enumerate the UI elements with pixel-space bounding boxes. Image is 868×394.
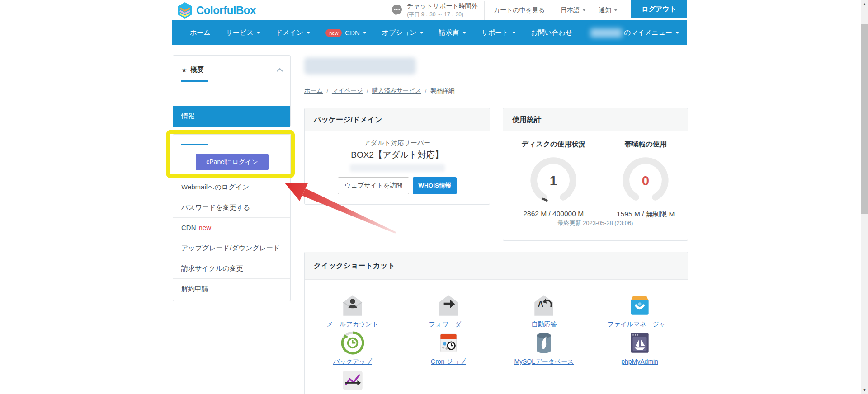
header-right-cluster: チャットサポート時間外 (平日 9：30 ～ 17：30) カートの中を見る 日…	[385, 0, 687, 20]
my-menu-label: のマイメニュー	[624, 28, 672, 37]
chevron-down-icon	[614, 9, 618, 13]
chat-support-status: チャットサポート時間外 (平日 9：30 ～ 17：30)	[385, 2, 484, 19]
sidebar-item-label: パスワードを変更する	[181, 203, 250, 211]
sidebar-overview-card: ★ 概要 情報	[173, 55, 291, 127]
file-manager-icon[interactable]	[627, 292, 653, 319]
breadcrumb-link-purchased-services[interactable]: 購入済みサービス	[372, 87, 421, 95]
shortcut-label-cron-jobs[interactable]: Cron ジョブ	[431, 358, 466, 366]
breadcrumb-separator: /	[367, 88, 368, 94]
language-dropdown[interactable]: 日本語	[554, 6, 592, 14]
chevron-down-icon	[582, 9, 586, 13]
shortcuts-grid: メールアカウントフォワーダーA自動応答ファイルマネージャーバックアップCron …	[305, 280, 688, 394]
package-plan-name: BOX2【アダルト対応】	[305, 149, 490, 161]
navbar-items: ホームサービスドメインnewCDNオプション請求書サポートお問い合わせ	[172, 28, 572, 37]
chevron-down-icon	[462, 32, 466, 36]
view-cart-link[interactable]: カートの中を見る	[485, 6, 554, 14]
scrollbar-thumb[interactable]	[861, 24, 868, 214]
scrollbar-down-arrow[interactable]: ▼	[861, 386, 868, 394]
chevron-down-icon	[512, 32, 516, 36]
quick-shortcuts-card: クイックショートカット メールアカウントフォワーダーA自動応答ファイルマネージャ…	[304, 252, 688, 394]
shortcut-forwarders[interactable]: フォワーダー	[401, 292, 496, 328]
nav-item-cdn[interactable]: newCDN	[326, 29, 367, 37]
shortcut-label-mysql-databases[interactable]: MySQLデータベース	[514, 358, 574, 366]
sidebar-action-list: Webmailへのログインパスワードを変更するCDNnewアップグレード/ダウン…	[173, 177, 290, 299]
sidebar-item-change-password[interactable]: パスワードを変更する	[173, 197, 290, 217]
notifications-dropdown[interactable]: 通知	[592, 6, 624, 14]
backup-icon[interactable]	[340, 330, 366, 356]
metrics-icon[interactable]	[340, 367, 366, 394]
autoresponder-icon[interactable]: A	[531, 292, 557, 319]
scrollbar[interactable]: ▲ ▼	[861, 0, 868, 394]
nav-item-invoices[interactable]: 請求書	[439, 28, 466, 37]
shortcut-mysql-databases[interactable]: MySQLデータベース	[496, 330, 592, 366]
nav-item-domains[interactable]: ドメイン	[276, 28, 310, 37]
nav-item-services[interactable]: サービス	[226, 28, 260, 37]
sidebar-item-cdn[interactable]: CDNnew	[173, 217, 290, 238]
nav-item-label: CDN	[345, 29, 360, 37]
shortcut-file-manager[interactable]: ファイルマネージャー	[592, 292, 688, 328]
shortcut-label-backup[interactable]: バックアップ	[333, 358, 372, 366]
shortcut-label-autoresponders[interactable]: 自動応答	[531, 320, 557, 328]
shortcut-autoresponders[interactable]: A自動応答	[496, 292, 592, 328]
nav-item-label: 請求書	[439, 28, 459, 37]
bandwidth-usage-value: 0	[642, 173, 649, 188]
nav-item-label: ドメイン	[276, 28, 303, 37]
chevron-up-icon[interactable]	[277, 68, 283, 72]
package-card-title: パッケージ/ドメイン	[305, 108, 490, 131]
shortcut-label-phpmyadmin[interactable]: phpMyAdmin	[621, 358, 658, 365]
breadcrumb-separator: /	[326, 88, 328, 94]
nav-item-label: サポート	[481, 28, 509, 37]
nav-item-contact[interactable]: お問い合わせ	[531, 28, 572, 37]
sidebar-item-info[interactable]: 情報	[173, 106, 290, 127]
shortcut-phpmyadmin[interactable]: phpMyAdmin	[592, 330, 688, 366]
breadcrumb-link-home[interactable]: ホーム	[304, 87, 323, 95]
nav-item-label: お問い合わせ	[531, 28, 572, 37]
sidebar-item-label: アップグレード/ダウングレード	[181, 244, 280, 252]
breadcrumb-link-mypage[interactable]: マイページ	[332, 87, 363, 95]
shortcut-label-email-accounts[interactable]: メールアカウント	[327, 320, 378, 328]
email-account-icon[interactable]	[340, 292, 366, 319]
nav-item-options[interactable]: オプション	[382, 28, 424, 37]
scrollbar-up-arrow[interactable]: ▲	[861, 0, 868, 8]
nav-item-support[interactable]: サポート	[481, 28, 516, 37]
mysql-databases-icon[interactable]	[531, 330, 557, 356]
main-navbar: ホームサービスドメインnewCDNオプション請求書サポートお問い合わせ のマイメ…	[172, 20, 687, 45]
nav-item-label: オプション	[382, 28, 417, 37]
shortcut-email-accounts[interactable]: メールアカウント	[305, 292, 401, 328]
chat-hours-text: (平日 9：30 ～ 17：30)	[407, 11, 477, 19]
section-underline	[181, 80, 208, 82]
breadcrumb-separator: /	[425, 88, 427, 94]
cron-jobs-icon[interactable]	[435, 330, 462, 356]
nav-item-label: ホーム	[190, 28, 211, 37]
disk-usage-label: ディスクの使用状況	[503, 140, 604, 149]
logout-button[interactable]: ログアウト	[631, 0, 687, 18]
shortcut-backup[interactable]: バックアップ	[305, 330, 401, 366]
new-badge: new	[326, 29, 342, 37]
new-label: new	[199, 224, 212, 231]
shortcut-cron-jobs[interactable]: Cron ジョブ	[401, 330, 496, 366]
forwarder-icon[interactable]	[435, 292, 462, 319]
highlight-box-annotation	[166, 130, 295, 178]
shortcut-label-file-manager[interactable]: ファイルマネージャー	[608, 320, 672, 328]
shortcut-metrics[interactable]: メトリック	[305, 367, 401, 394]
nav-item-home[interactable]: ホーム	[190, 28, 211, 37]
chevron-down-icon	[257, 32, 260, 36]
whois-info-button[interactable]: WHOIS情報	[413, 177, 457, 194]
header-divider	[624, 1, 624, 20]
sidebar-item-label: 請求サイクルの変更	[181, 264, 243, 272]
bandwidth-usage-label: 帯域幅の使用	[604, 140, 688, 149]
disk-usage-detail: 2862 M / 400000 M	[503, 210, 604, 218]
chevron-down-icon	[420, 32, 424, 36]
shortcut-label-forwarders[interactable]: フォワーダー	[429, 320, 467, 328]
sidebar-item-upgrade-downgrade[interactable]: アップグレード/ダウングレード	[173, 238, 290, 258]
phpmyadmin-icon[interactable]	[627, 330, 653, 356]
disk-usage-gauge: 1	[527, 154, 580, 207]
sidebar-item-webmail-login[interactable]: Webmailへのログイン	[173, 177, 290, 197]
logo[interactable]: ColorfulBox	[172, 2, 256, 19]
sidebar-item-cancellation[interactable]: 解約申請	[173, 278, 290, 299]
sidebar-item-billing-cycle[interactable]: 請求サイクルの変更	[173, 258, 290, 278]
my-menu-dropdown[interactable]: のマイメニュー	[590, 28, 687, 38]
last-updated-text: 最終更新 2023-05-28 (23:06)	[503, 219, 688, 227]
title-divider	[304, 83, 688, 83]
username-redacted	[590, 28, 622, 38]
